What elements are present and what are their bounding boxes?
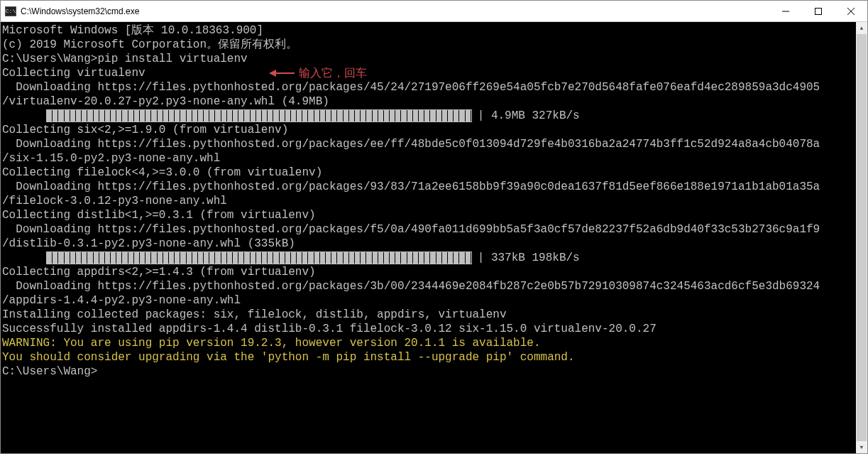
terminal-line: /distlib-0.3.1-py2.py3-none-any.whl (335… xyxy=(2,237,855,251)
close-button[interactable] xyxy=(835,1,867,21)
terminal-line: Downloading https://files.pythonhosted.o… xyxy=(2,80,855,94)
terminal-line: (c) 2019 Microsoft Corporation。保留所有权利。 xyxy=(2,38,855,52)
arrow-left-icon xyxy=(269,69,295,77)
svg-rect-1 xyxy=(815,8,822,14)
maximize-button[interactable] xyxy=(802,1,835,21)
terminal-line: You should consider upgrading via the 'p… xyxy=(2,350,855,364)
terminal-line: /six-1.15.0-py2.py3-none-any.whl xyxy=(2,151,855,166)
cmd-icon: C:\ xyxy=(5,6,16,16)
progress-label: | 4.9MB 327kB/s xyxy=(472,109,580,123)
progress-bar-line: | 337kB 198kB/s xyxy=(2,251,855,265)
cmd-window: C:\ C:\Windows\system32\cmd.exe Microsof… xyxy=(0,0,868,454)
terminal-line: Downloading https://files.pythonhosted.o… xyxy=(2,279,855,293)
terminal-output[interactable]: Microsoft Windows [版本 10.0.18363.900](c)… xyxy=(1,22,856,453)
terminal-line: /virtualenv-20.0.27-py2.py3-none-any.whl… xyxy=(2,94,855,109)
terminal-line: C:\Users\Wang>pip install virtualenv xyxy=(2,52,855,66)
scroll-up-button[interactable]: ▲ xyxy=(856,22,867,34)
terminal-line: WARNING: You are using pip version 19.2.… xyxy=(2,336,855,350)
terminal-line: Collecting filelock<4,>=3.0.0 (from virt… xyxy=(2,166,855,180)
terminal-line: /filelock-3.0.12-py3-none-any.whl xyxy=(2,194,855,208)
progress-bar-line: | 4.9MB 327kB/s xyxy=(2,109,855,123)
terminal-line: Downloading https://files.pythonhosted.o… xyxy=(2,180,855,194)
svg-marker-5 xyxy=(269,70,276,77)
terminal-line: C:\Users\Wang> xyxy=(2,364,855,379)
terminal-line: /appdirs-1.4.4-py2.py3-none-any.whl xyxy=(2,293,855,308)
annotation-text: 输入它，回车 xyxy=(299,66,367,80)
annotation: 输入它，回车 xyxy=(269,66,367,80)
scroll-down-button[interactable]: ▼ xyxy=(856,441,867,453)
progress-label: | 337kB 198kB/s xyxy=(472,251,580,265)
terminal-line: Collecting appdirs<2,>=1.4.3 (from virtu… xyxy=(2,265,855,279)
progress-bar xyxy=(46,252,472,264)
scroll-thumb[interactable] xyxy=(857,34,867,441)
terminal-line: Collecting virtualenv xyxy=(2,66,855,80)
scroll-track[interactable] xyxy=(856,34,867,441)
progress-bar xyxy=(46,109,472,122)
terminal-line: Successfully installed appdirs-1.4.4 dis… xyxy=(2,322,855,336)
terminal-line: Collecting distlib<1,>=0.3.1 (from virtu… xyxy=(2,208,855,222)
window-controls xyxy=(769,1,867,21)
terminal-line: Installing collected packages: six, file… xyxy=(2,308,855,322)
titlebar[interactable]: C:\ C:\Windows\system32\cmd.exe xyxy=(1,1,867,22)
terminal-line: Microsoft Windows [版本 10.0.18363.900] xyxy=(2,23,855,38)
window-title: C:\Windows\system32\cmd.exe xyxy=(21,6,769,16)
minimize-button[interactable] xyxy=(769,1,802,21)
terminal-line: Downloading https://files.pythonhosted.o… xyxy=(2,222,855,237)
vertical-scrollbar[interactable]: ▲ ▼ xyxy=(856,22,867,453)
terminal-line: Collecting six<2,>=1.9.0 (from virtualen… xyxy=(2,123,855,137)
terminal-line: Downloading https://files.pythonhosted.o… xyxy=(2,137,855,151)
